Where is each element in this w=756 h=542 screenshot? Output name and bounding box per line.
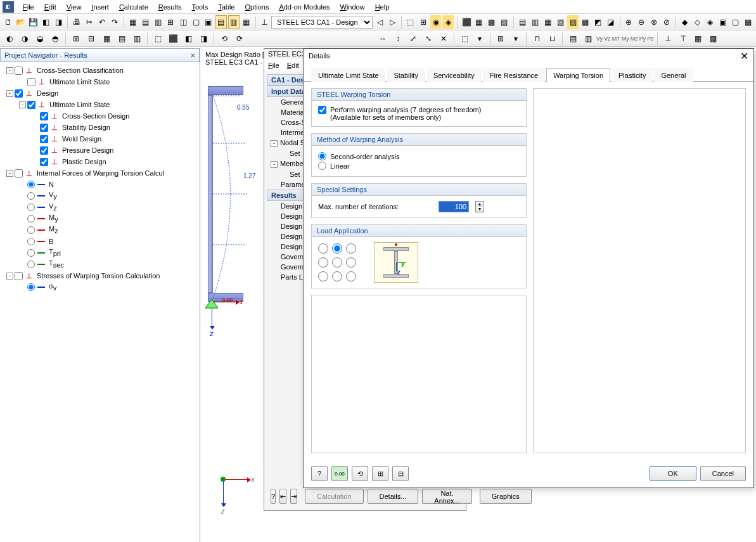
tree-row[interactable]: ⊥Ultimate Limit State [1, 76, 198, 87]
tree-row[interactable]: B [1, 236, 198, 247]
load-position-radio[interactable] [318, 242, 328, 255]
tb-icon[interactable]: ▩ [707, 32, 721, 46]
tb-undo-icon[interactable]: ↶ [96, 15, 108, 29]
tb-open-icon[interactable]: 📂 [15, 15, 27, 29]
tb-icon[interactable]: ▣ [203, 15, 214, 29]
tree-row[interactable]: Vz [1, 202, 198, 213]
tb-icon[interactable]: ▥ [581, 32, 595, 46]
tab-warping-torsion[interactable]: Warping Torsion [546, 68, 610, 82]
tb-icon[interactable]: ⟳ [233, 32, 247, 46]
tb-icon[interactable]: ▥ [130, 32, 144, 46]
tree-row[interactable]: ⊥Plastic Design [1, 156, 198, 167]
tb-icon[interactable]: ⬛ [461, 15, 472, 29]
tree-checkbox[interactable] [40, 112, 48, 120]
expand-icon[interactable]: - [6, 273, 13, 280]
cancel-button[interactable]: Cancel [700, 466, 746, 481]
tree-radio[interactable] [27, 215, 35, 223]
tree-row[interactable]: ⊥Pressure Design [1, 145, 198, 156]
tree-checkbox[interactable] [27, 101, 35, 109]
tree-radio[interactable] [27, 181, 35, 188]
tb-icon[interactable]: ◈ [705, 15, 716, 29]
tree-checkbox[interactable] [15, 169, 23, 177]
tb-icon[interactable]: ▧ [554, 15, 566, 29]
tb-icon[interactable]: ▤ [566, 32, 580, 46]
tb-icon[interactable]: ▤ [115, 32, 129, 46]
module-combo[interactable]: STEEL EC3 CA1 - Design of [271, 16, 373, 29]
tree-row[interactable]: -⊥Cross-Section Classification [1, 65, 198, 76]
tb-icon[interactable]: ◩ [593, 15, 604, 29]
tree-row[interactable]: Tpri [1, 247, 198, 259]
tb-prev-icon[interactable]: ◁ [374, 15, 385, 29]
units-icon[interactable]: 0.00 [331, 466, 348, 481]
export-icon[interactable]: ⇥ [290, 489, 297, 504]
tb-icon[interactable]: ⊕ [623, 15, 634, 29]
tb-icon[interactable]: ▣ [717, 15, 728, 29]
tree-row[interactable]: -⊥Internal Forces of Warping Torsion Cal… [1, 167, 198, 179]
tb-icon[interactable]: ⊖ [636, 15, 647, 29]
default-icon[interactable]: ⊞ [372, 466, 388, 481]
tree-row[interactable]: ⊥Stability Design [1, 122, 198, 133]
tb-icon[interactable]: ⬚ [151, 32, 165, 46]
tb-icon[interactable]: ✕ [437, 32, 451, 46]
menu-file[interactable]: File [18, 2, 39, 12]
tb-icon[interactable]: ▾ [473, 32, 487, 46]
expand-icon[interactable]: - [6, 90, 13, 97]
tb-icon[interactable]: ↕ [391, 32, 405, 46]
tb-icon[interactable]: ▥ [529, 15, 541, 29]
tree-radio[interactable] [27, 226, 35, 234]
expand-icon[interactable]: - [6, 170, 13, 177]
tree-row[interactable]: N [1, 179, 198, 190]
tb-icon[interactable]: ◨ [196, 32, 210, 46]
tb-icon[interactable]: ▤ [215, 15, 227, 29]
tb-icon[interactable]: ▩ [742, 15, 753, 29]
tb-icon[interactable]: ▥ [228, 15, 240, 29]
tb-icon[interactable]: ◧ [41, 15, 52, 29]
tab-general[interactable]: General [654, 68, 693, 82]
tree-radio[interactable] [27, 249, 35, 257]
tree-radio[interactable] [27, 203, 35, 211]
perform-warping-checkbox[interactable] [318, 106, 326, 114]
expand-icon[interactable]: - [6, 67, 13, 74]
tb-icon[interactable]: ▩ [486, 15, 497, 29]
help-icon[interactable]: ? [311, 466, 328, 481]
tb-icon[interactable]: ◫ [177, 15, 189, 29]
tree-checkbox[interactable] [40, 135, 48, 143]
load-position-radio[interactable] [346, 242, 356, 255]
tree-checkbox[interactable] [40, 146, 48, 155]
details-button[interactable]: Details... [368, 489, 419, 504]
tb-new-icon[interactable]: 🗋 [3, 15, 14, 29]
ok-button[interactable]: OK [650, 466, 696, 481]
tb-icon[interactable]: ⊞ [165, 15, 176, 29]
tree-row[interactable]: ⊥Cross-Section Design [1, 110, 198, 122]
tb-icon[interactable]: ⊗ [648, 15, 660, 29]
module-menu-edit[interactable]: Edit [287, 61, 299, 69]
expand-icon[interactable]: - [19, 101, 26, 108]
menu-calculate[interactable]: Calculate [114, 2, 153, 12]
load-position-radio[interactable] [346, 256, 356, 269]
tree-checkbox[interactable] [27, 78, 35, 86]
iterations-input[interactable] [439, 201, 469, 212]
tb-icon[interactable]: ⊥ [259, 15, 270, 29]
load-position-radio[interactable] [332, 270, 342, 283]
tb-icon[interactable]: ◨ [53, 15, 65, 29]
tb-icon[interactable]: ▦ [241, 15, 252, 29]
module-menu-file[interactable]: File [268, 61, 279, 69]
tb-icon[interactable]: ⊞ [69, 32, 83, 46]
tree-row[interactable]: σv [1, 281, 198, 293]
tb-icon[interactable]: ▤ [517, 15, 529, 29]
tb-icon[interactable]: ⊘ [661, 15, 672, 29]
tb-icon[interactable]: ⊟ [84, 32, 98, 46]
tree-checkbox[interactable] [15, 272, 23, 280]
tb-icon[interactable]: ◉ [430, 15, 442, 29]
tb-icon[interactable]: ⤡ [421, 32, 435, 46]
menu-options[interactable]: Options [240, 2, 274, 12]
tb-icon[interactable]: ◐ [3, 32, 16, 46]
tb-icon[interactable]: ▥ [152, 15, 163, 29]
tb-icon[interactable]: ▾ [509, 32, 523, 46]
menu-help[interactable]: Help [370, 2, 395, 12]
tb-icon[interactable]: ⊥ [661, 32, 675, 46]
tree-checkbox[interactable] [15, 89, 23, 98]
tb-icon[interactable]: ⬚ [458, 32, 471, 46]
tree-radio[interactable] [27, 261, 35, 268]
tree-row[interactable]: -⊥Design [1, 87, 198, 99]
